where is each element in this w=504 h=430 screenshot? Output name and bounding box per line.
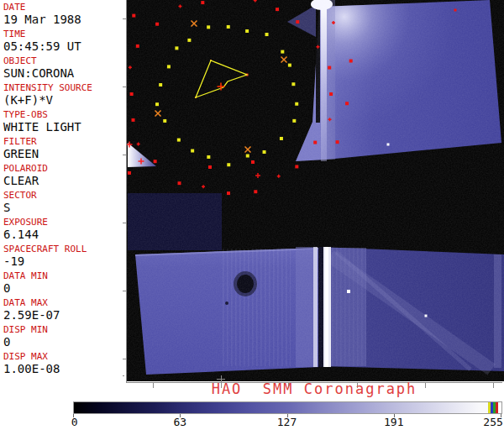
inner-yellow-ring-dot <box>163 119 166 123</box>
inner-yellow-ring-dot <box>281 50 284 54</box>
metadata-field-disp-min: DISP MIN0 <box>0 322 123 349</box>
field-label: SECTOR <box>3 190 123 201</box>
field-value: 0 <box>3 335 123 349</box>
metadata-field-sector: SECTORS <box>0 188 123 215</box>
field-label: SPACECRAFT ROLL <box>3 244 123 254</box>
mid-red-ring-dot <box>227 191 230 195</box>
mid-red-ring-dot <box>177 181 181 185</box>
field-value: 05:45:59 UT <box>3 39 123 54</box>
metadata-field-data-min: DATA MIN0 <box>0 269 123 296</box>
field-value: 6.144 <box>3 228 123 242</box>
field-label: FILTER <box>3 136 123 147</box>
metadata-panel: DATE19 Mar 1988TIME05:45:59 UTOBJECTSUN:… <box>0 0 123 376</box>
colorbar-tick-label: 63 <box>173 416 186 428</box>
field-value: S <box>3 201 123 215</box>
field-label: DATA MIN <box>3 270 123 281</box>
star-point <box>387 144 390 146</box>
field-value: 1.00E-08 <box>3 362 123 376</box>
inner-yellow-ring-dot <box>177 139 181 142</box>
metadata-field-spacecraft-roll: SPACECRAFT ROLL-19 <box>0 242 123 269</box>
mid-red-ring-dot <box>254 190 257 193</box>
field-value: CLEAR <box>3 174 123 188</box>
field-value: WHITE LIGHT <box>3 120 123 134</box>
mid-red-ring-dot <box>130 92 134 96</box>
inner-yellow-ring-dot <box>245 29 249 33</box>
colorbar-tick-label: 0 <box>71 416 78 428</box>
metadata-field-date: DATE19 Mar 1988 <box>0 0 123 27</box>
inner-yellow-ring-dot <box>175 46 178 50</box>
inner-yellow-ring-dot <box>155 102 159 106</box>
outer-red-ring-dot <box>345 102 349 105</box>
metadata-field-disp-max: DISP MAX1.00E-08 <box>0 349 123 376</box>
mid-red-ring-dot <box>313 141 317 144</box>
inner-yellow-ring-dot <box>167 65 171 68</box>
inner-yellow-ring-dot <box>295 102 298 106</box>
fiducial-square <box>251 160 255 164</box>
metadata-field-polaroid: POLAROIDCLEAR <box>0 161 123 188</box>
outer-red-ring-dot <box>132 14 135 18</box>
metadata-field-intensity-source: INTENSITY SOURCE(K+F)*V <box>0 81 123 108</box>
field-label: INTENSITY SOURCE <box>3 82 123 93</box>
metadata-field-type-obs: TYPE-OBSWHITE LIGHT <box>0 108 123 134</box>
field-value: 19 Mar 1988 <box>3 13 123 27</box>
inner-yellow-ring-dot <box>288 64 291 67</box>
colorbar <box>73 401 502 414</box>
mid-red-ring-dot <box>276 8 279 11</box>
metadata-field-time: TIME05:45:59 UT <box>0 27 123 54</box>
inner-yellow-ring-dot <box>207 25 210 29</box>
inner-yellow-ring-dot <box>159 83 162 87</box>
field-label: TYPE-OBS <box>3 109 123 120</box>
instrument-title: HAO SMM Coronagraph <box>126 380 502 397</box>
fiducial-square <box>208 165 212 169</box>
mid-red-ring-dot <box>155 23 159 26</box>
field-value: (K+F)*V <box>3 93 123 108</box>
mid-red-ring-dot <box>132 118 135 122</box>
film-grain <box>127 0 504 381</box>
inner-yellow-ring-dot <box>265 33 269 36</box>
colorbar-tick-label: 127 <box>277 416 297 428</box>
field-label: TIME <box>3 29 123 39</box>
field-label: DISP MAX <box>3 351 123 362</box>
inner-yellow-ring-dot <box>280 137 283 140</box>
field-value: GREEN <box>3 147 123 161</box>
mid-red-ring-dot <box>136 45 139 48</box>
inner-yellow-ring-dot <box>227 25 230 29</box>
metadata-field-object: OBJECTSUN:CORONA <box>0 54 123 81</box>
outer-red-ring-dot <box>349 60 353 63</box>
inner-yellow-ring-dot <box>292 119 296 123</box>
star-point <box>425 315 428 317</box>
metadata-field-data-max: DATA MAX2.59E-07 <box>0 296 123 322</box>
fiducial-square <box>454 9 457 12</box>
mid-red-ring-dot <box>328 66 331 70</box>
star-point <box>347 290 350 293</box>
colorbar-tick-label: 191 <box>384 416 403 428</box>
field-value: 0 <box>3 281 123 296</box>
field-label: DATA MAX <box>3 297 123 308</box>
inner-yellow-ring-dot <box>227 163 230 166</box>
field-label: OBJECT <box>3 55 123 66</box>
field-label: DATE <box>3 2 123 13</box>
mid-red-ring-dot <box>295 165 298 168</box>
mid-red-ring-dot <box>329 92 333 96</box>
inner-yellow-ring-dot <box>191 149 194 153</box>
field-value: 2.59E-07 <box>3 308 123 322</box>
mid-red-ring-dot <box>296 20 299 24</box>
inner-yellow-ring-dot <box>187 39 191 42</box>
metadata-field-filter: FILTERGREEN <box>0 134 123 161</box>
field-value: SUN:CORONA <box>3 66 123 81</box>
inner-yellow-ring-dot <box>246 155 249 158</box>
inner-yellow-ring-dot <box>291 82 295 86</box>
field-label: EXPOSURE <box>3 217 123 228</box>
outer-red-ring-dot <box>128 171 131 175</box>
field-label: POLAROID <box>3 163 123 174</box>
inner-yellow-ring-dot <box>207 155 210 159</box>
mid-red-ring-dot <box>154 160 157 163</box>
mid-red-ring-dot <box>201 1 204 4</box>
inner-yellow-ring-dot <box>263 150 266 154</box>
field-value: -19 <box>3 254 123 269</box>
field-label: DISP MIN <box>3 324 123 335</box>
colorbar-tick-label: 255 <box>483 416 502 428</box>
outer-red-ring-dot <box>336 140 339 144</box>
metadata-field-exposure: EXPOSURE6.144 <box>0 215 123 242</box>
